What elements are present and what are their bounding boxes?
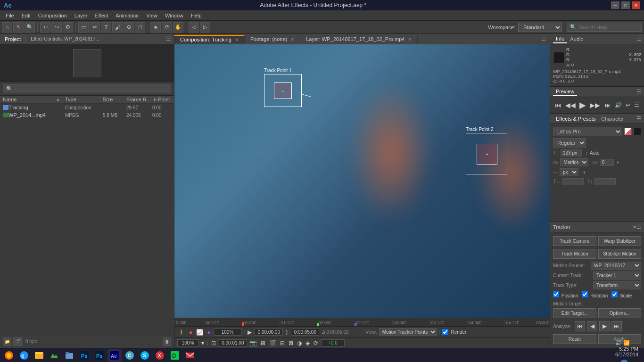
toolbar-pen[interactable]: ✏ [90,22,100,33]
taskbar-deviantart[interactable]: D [168,349,182,362]
panel-menu[interactable]: ☰ [166,36,171,42]
toolbar-clone[interactable]: ⊕ [124,22,134,33]
new-folder-btn[interactable]: 📁 [3,337,11,346]
font-style-select[interactable]: Regular [553,138,586,148]
maximize-button[interactable]: □ [621,1,630,9]
color-swatch[interactable] [553,52,564,63]
track-point-1[interactable]: Track Point 1 + [264,68,302,107]
menu-edit[interactable]: Edit [18,12,34,19]
tab-composition[interactable]: Composition: Tracking ✕ [174,35,245,43]
tab-close2[interactable]: ✕ [290,37,294,42]
prev-first[interactable]: ⏮ [555,101,561,109]
toolbar-rect[interactable]: ▭ [78,22,89,33]
vc-chan-btn[interactable]: ◑ [296,340,303,346]
current-track-select[interactable]: Tracker 1 [593,272,641,280]
menu-view[interactable]: View [142,12,161,19]
tab-effects[interactable]: Effects & Presets [553,115,598,123]
menu-file[interactable]: File [2,12,18,19]
info-menu[interactable]: ☰ [636,36,641,42]
tab-info[interactable]: Info [553,35,567,43]
menu-help[interactable]: Help [187,12,206,19]
taskbar-skype[interactable]: S [138,349,152,362]
menu-effect[interactable]: Effect [91,12,112,19]
vc-grid-btn[interactable]: ⊟ [279,340,286,346]
options-btn[interactable]: Options... [598,308,642,318]
track-camera-btn[interactable]: Track Camera [553,236,596,246]
analyze-fwd-full[interactable]: ⏭ [611,321,622,331]
tab-preview[interactable]: Preview [553,88,577,96]
scale-v-input[interactable]: 100 % [594,178,616,185]
analyze-back-full[interactable]: ⏮ [575,321,585,331]
vc-render2-btn[interactable]: 🎬 [268,340,277,346]
taskbar-firefox[interactable] [2,349,16,362]
tab-effect-controls[interactable]: Effect Controls: WP_20140617... [29,35,101,42]
toolbar-right[interactable]: ▷ [200,22,210,33]
scale-checkbox[interactable] [611,291,618,297]
view-mode-select[interactable]: Motion Tracker Points [379,328,437,336]
prev-back[interactable]: ◀◀ [565,101,576,109]
taskbar-sticker[interactable]: X [153,349,167,362]
taskbar-photoshop2[interactable]: Ps [92,349,107,362]
vc-next-btn[interactable]: ⟩ [285,329,289,336]
vc-purple-btn[interactable]: ● [206,329,211,336]
reset-btn[interactable]: Reset [553,334,596,344]
taskbar-explorer[interactable] [32,349,46,362]
toolbar-undo[interactable]: ↩ [40,22,50,33]
minimize-button[interactable]: ─ [611,1,619,9]
motion-source-select[interactable]: WP_20140617_... [591,262,641,270]
preview-menu[interactable]: ☰ [636,89,641,95]
taskbar-file-manager[interactable] [62,349,76,362]
vc-zoom-menu[interactable]: ▾ [200,340,205,346]
taskbar-ae[interactable]: Ae [107,349,122,362]
toolbar-brush[interactable]: 🖌 [112,22,123,33]
menu-layer[interactable]: Layer [71,12,91,19]
track-type-select[interactable]: Transform [593,281,641,289]
warp-stabilizer-btn[interactable]: Warp Stabilizer [598,236,642,246]
toolbar-cam[interactable]: ◈ [150,22,161,33]
tab-footage[interactable]: Footage: (none) ✕ [245,35,300,43]
toolbar-redo[interactable]: ↪ [51,22,62,33]
close-button[interactable]: ✕ [632,1,640,9]
prev-play[interactable]: ▶ [579,100,586,110]
new-comp-btn[interactable]: 🎬 [13,337,22,346]
toolbar-pan[interactable]: ✋ [173,22,183,33]
tab-audio[interactable]: Audio [567,35,586,43]
analyze-fwd[interactable]: ▶ [599,321,610,331]
col-sort[interactable]: ▲ [56,97,65,102]
prev-loop[interactable]: ↩ [626,102,630,108]
effects-menu[interactable]: ☰ [636,115,641,122]
size-input[interactable] [561,149,582,156]
workspace-select[interactable]: Standard [518,23,562,32]
prev-audio[interactable]: 🔊 [615,102,622,108]
delete-btn[interactable]: 🗑 [163,337,171,346]
menu-animation[interactable]: Animation [112,12,142,19]
vc-walk-btn[interactable]: 🚶 [177,329,186,336]
toolbar-text[interactable]: T [101,22,111,33]
toolbar-home[interactable]: ⌂ [2,22,12,33]
prev-last[interactable]: ⏭ [604,101,611,109]
edit-target-btn[interactable]: Edit Target... [553,308,596,318]
vc-rotate-btn[interactable]: ⟳ [313,340,319,346]
toolbar-eraser[interactable]: ◻ [135,22,145,33]
toolbar-select[interactable]: ↖ [13,22,24,33]
vc-snap-btn[interactable]: 📷 [249,340,258,346]
vc-ram-btn[interactable]: ▶ [247,329,253,336]
track-motion-btn[interactable]: Track Motion [553,249,596,259]
search-input[interactable] [578,25,635,30]
project-search-input[interactable] [3,84,171,93]
table-row[interactable]: Tracking Composition 29.97 0:00 [0,104,174,111]
taskbar-bittorrent[interactable]: C [123,349,137,362]
tracker-close[interactable]: ✕ [633,224,636,230]
taskbar-ie[interactable]: e [17,349,31,362]
prev-fwd[interactable]: ▶▶ [590,101,600,109]
font-select[interactable]: Lithos Pro [553,127,622,136]
toolbar-orbit[interactable]: ⟳ [162,22,172,33]
color-picker[interactable] [624,128,632,135]
toolbar-search[interactable]: 🔍 [25,22,35,33]
vc-guide-btn[interactable]: ⊠ [288,340,294,346]
table-row[interactable]: WP_2014...mp4 MPEG 5.8 MB 24.008 0:00 [0,111,174,119]
tracking-arrow[interactable]: ▾ [617,160,619,165]
vc-3d-btn[interactable]: ◈ [305,340,311,346]
tab-close[interactable]: ✕ [235,37,239,42]
track-point-2[interactable]: Track Point 2 + [466,127,507,174]
